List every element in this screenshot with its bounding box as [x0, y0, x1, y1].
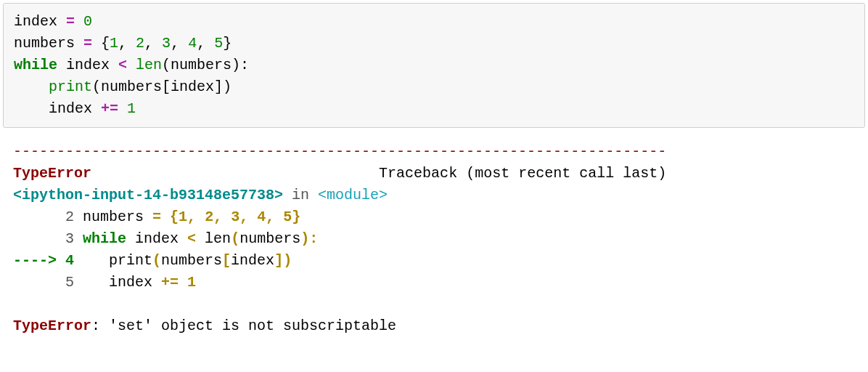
space: [74, 252, 109, 269]
literal-0: 0: [83, 13, 92, 30]
space: [57, 57, 66, 73]
indent: [14, 100, 49, 117]
op-eq: =: [75, 35, 101, 52]
identifier-numbers: numbers: [101, 78, 162, 95]
paren-close: ): [223, 78, 232, 95]
traceback-line-3: 3 while index < len(numbers):: [13, 230, 318, 247]
literal-3: 3: [231, 209, 239, 225]
paren-close-colon: ):: [232, 57, 249, 73]
paren-open: (: [92, 78, 101, 95]
literal-2: 2: [136, 35, 144, 52]
comma: ,: [118, 35, 136, 52]
comma: ,: [213, 209, 231, 225]
keyword-while: while: [83, 230, 126, 247]
paren-open: (: [152, 252, 161, 269]
identifier-numbers: numbers: [239, 230, 300, 247]
bracket-open: [: [162, 78, 171, 95]
traceback-location-line: <ipython-input-14-b93148e57738> in <modu…: [13, 187, 388, 203]
space: [74, 209, 83, 225]
op-lt: <: [179, 230, 205, 247]
identifier-numbers: numbers: [171, 57, 232, 73]
identifier-index: index: [49, 100, 92, 117]
line-number-5: 5: [65, 274, 74, 291]
literal-4: 4: [257, 209, 266, 225]
traceback-header: TypeError Traceback (most recent call la…: [13, 165, 666, 182]
brace-open: {: [170, 209, 179, 225]
literal-1: 1: [187, 274, 196, 291]
builtin-len: len: [205, 230, 231, 247]
bracket-close: ]: [214, 78, 223, 95]
identifier-numbers: numbers: [14, 35, 75, 52]
paren-open: (: [162, 57, 171, 73]
identifier-numbers: numbers: [83, 209, 144, 225]
comma: ,: [171, 35, 188, 52]
line-number-2: 2: [65, 209, 74, 225]
comma: ,: [197, 35, 214, 52]
literal-2: 2: [205, 209, 213, 225]
spacing: [91, 165, 379, 182]
space: [74, 230, 83, 247]
line-number-3: 3: [65, 230, 74, 247]
ipython-input-location: <ipython-input-14-b93148e57738>: [13, 187, 283, 203]
literal-1: 1: [127, 100, 136, 117]
code-line-1: index = 0: [14, 13, 92, 30]
prefix: [13, 209, 65, 225]
error-message: : 'set' object is not subscriptable: [91, 318, 396, 334]
comma: ,: [239, 209, 257, 225]
identifier-index: index: [135, 230, 179, 247]
literal-4: 4: [188, 35, 197, 52]
op-lt: <: [110, 57, 136, 73]
literal-3: 3: [162, 35, 171, 52]
traceback-separator: ----------------------------------------…: [13, 143, 666, 160]
space: [126, 230, 135, 247]
identifier-index: index: [171, 78, 214, 95]
traceback-line-4-current: ----> 4 print(numbers[index]): [13, 252, 292, 269]
builtin-print: print: [49, 78, 92, 95]
traceback-final-line: TypeError: 'set' object is not subscript…: [13, 318, 396, 334]
identifier-index: index: [66, 57, 110, 73]
traceback-line-2: 2 numbers = {1, 2, 3, 4, 5}: [13, 209, 300, 225]
paren-close-colon: ):: [300, 230, 318, 247]
current-line-arrow-icon: ---->: [13, 252, 65, 269]
prefix: [13, 274, 65, 291]
op-eq: =: [57, 13, 83, 30]
literal-5: 5: [283, 209, 292, 225]
error-type-name: TypeError: [13, 318, 91, 334]
indent: [14, 78, 49, 95]
brace-close: }: [292, 209, 300, 225]
identifier-index: index: [231, 252, 274, 269]
module-name: <module>: [318, 187, 388, 203]
code-line-4: print(numbers[index]): [14, 78, 232, 95]
op-plus-eq: +=: [152, 274, 187, 291]
space: [74, 274, 109, 291]
paren-open: (: [231, 230, 239, 247]
builtin-len: len: [136, 57, 162, 73]
keyword-while: while: [14, 57, 57, 73]
traceback-output: ----------------------------------------…: [3, 141, 865, 337]
op-plus-eq: +=: [92, 100, 127, 117]
error-type-name: TypeError: [13, 165, 91, 182]
code-line-2: numbers = {1, 2, 3, 4, 5}: [14, 35, 232, 52]
bracket-open: [: [222, 252, 231, 269]
code-input-cell: index = 0 numbers = {1, 2, 3, 4, 5} whil…: [3, 3, 865, 128]
brace-close: }: [223, 35, 232, 52]
literal-5: 5: [214, 35, 223, 52]
identifier-index: index: [14, 13, 57, 30]
identifier-numbers: numbers: [161, 252, 222, 269]
literal-1: 1: [110, 35, 118, 52]
traceback-header-text: Traceback (most recent call last): [379, 165, 666, 182]
comma: ,: [144, 35, 162, 52]
brace-open: {: [101, 35, 110, 52]
line-number-4: 4: [65, 252, 74, 269]
prefix: [13, 230, 65, 247]
builtin-print: print: [109, 252, 152, 269]
comma: ,: [266, 209, 283, 225]
bracket-close-paren: ]): [274, 252, 292, 269]
in-word: in: [283, 187, 318, 203]
code-line-3: while index < len(numbers):: [14, 57, 249, 73]
op-eq: =: [144, 209, 170, 225]
identifier-index: index: [109, 274, 152, 291]
literal-1: 1: [179, 209, 187, 225]
code-line-5: index += 1: [14, 100, 136, 117]
comma: ,: [187, 209, 205, 225]
